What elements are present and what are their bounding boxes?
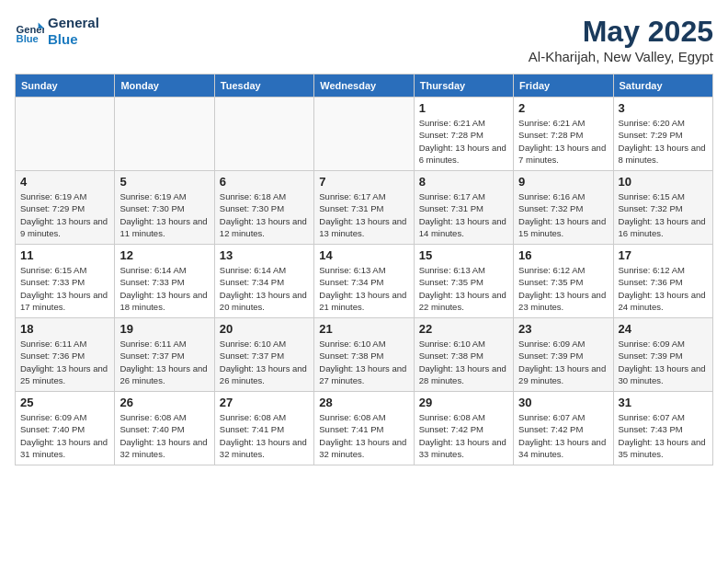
calendar-cell: 2Sunrise: 6:21 AM Sunset: 7:28 PM Daylig… <box>514 98 613 171</box>
header: General Blue General Blue May 2025 Al-Kh… <box>15 15 713 64</box>
calendar-cell: 18Sunrise: 6:11 AM Sunset: 7:36 PM Dayli… <box>16 318 115 392</box>
calendar-cell: 24Sunrise: 6:09 AM Sunset: 7:39 PM Dayli… <box>613 318 712 392</box>
calendar-cell: 21Sunrise: 6:10 AM Sunset: 7:38 PM Dayli… <box>314 318 414 392</box>
calendar-cell: 28Sunrise: 6:08 AM Sunset: 7:41 PM Dayli… <box>314 392 414 465</box>
calendar-cell <box>115 98 214 171</box>
day-info: Sunrise: 6:12 AM Sunset: 7:35 PM Dayligh… <box>518 264 608 313</box>
day-number: 24 <box>619 322 708 336</box>
calendar-cell: 8Sunrise: 6:17 AM Sunset: 7:31 PM Daylig… <box>414 171 513 245</box>
calendar-cell: 15Sunrise: 6:13 AM Sunset: 7:35 PM Dayli… <box>414 245 513 318</box>
day-info: Sunrise: 6:08 AM Sunset: 7:42 PM Dayligh… <box>419 411 508 460</box>
day-info: Sunrise: 6:08 AM Sunset: 7:40 PM Dayligh… <box>119 411 209 460</box>
calendar-cell: 1Sunrise: 6:21 AM Sunset: 7:28 PM Daylig… <box>414 98 513 171</box>
logo-icon: General Blue <box>15 17 44 46</box>
day-number: 18 <box>20 322 109 336</box>
day-number: 4 <box>20 175 109 189</box>
day-info: Sunrise: 6:10 AM Sunset: 7:38 PM Dayligh… <box>419 338 508 386</box>
day-number: 16 <box>518 248 608 262</box>
day-number: 28 <box>319 396 408 409</box>
day-info: Sunrise: 6:08 AM Sunset: 7:41 PM Dayligh… <box>319 411 408 460</box>
calendar-cell: 16Sunrise: 6:12 AM Sunset: 7:35 PM Dayli… <box>514 245 613 318</box>
day-info: Sunrise: 6:19 AM Sunset: 7:30 PM Dayligh… <box>119 190 209 239</box>
day-info: Sunrise: 6:14 AM Sunset: 7:33 PM Dayligh… <box>119 264 209 313</box>
day-info: Sunrise: 6:17 AM Sunset: 7:31 PM Dayligh… <box>319 190 408 239</box>
day-number: 11 <box>20 248 109 262</box>
calendar-week-3: 11Sunrise: 6:15 AM Sunset: 7:33 PM Dayli… <box>16 245 713 318</box>
weekday-header-wednesday: Wednesday <box>314 75 414 98</box>
calendar-cell: 9Sunrise: 6:16 AM Sunset: 7:32 PM Daylig… <box>514 171 613 245</box>
day-number: 22 <box>419 322 508 336</box>
calendar-cell: 19Sunrise: 6:11 AM Sunset: 7:37 PM Dayli… <box>115 318 214 392</box>
day-info: Sunrise: 6:09 AM Sunset: 7:39 PM Dayligh… <box>619 338 708 386</box>
day-info: Sunrise: 6:10 AM Sunset: 7:38 PM Dayligh… <box>319 338 408 386</box>
day-number: 17 <box>619 248 708 262</box>
day-info: Sunrise: 6:13 AM Sunset: 7:35 PM Dayligh… <box>419 264 508 313</box>
day-info: Sunrise: 6:10 AM Sunset: 7:37 PM Dayligh… <box>220 338 309 386</box>
weekday-header-row: SundayMondayTuesdayWednesdayThursdayFrid… <box>16 75 713 98</box>
calendar-cell: 27Sunrise: 6:08 AM Sunset: 7:41 PM Dayli… <box>214 392 313 465</box>
calendar-cell: 20Sunrise: 6:10 AM Sunset: 7:37 PM Dayli… <box>214 318 313 392</box>
day-info: Sunrise: 6:21 AM Sunset: 7:28 PM Dayligh… <box>518 117 608 166</box>
day-info: Sunrise: 6:12 AM Sunset: 7:36 PM Dayligh… <box>619 264 708 313</box>
day-info: Sunrise: 6:16 AM Sunset: 7:32 PM Dayligh… <box>518 190 608 239</box>
day-info: Sunrise: 6:13 AM Sunset: 7:34 PM Dayligh… <box>319 264 408 313</box>
weekday-header-tuesday: Tuesday <box>214 75 313 98</box>
calendar-cell: 25Sunrise: 6:09 AM Sunset: 7:40 PM Dayli… <box>16 392 115 465</box>
weekday-header-friday: Friday <box>514 75 613 98</box>
day-info: Sunrise: 6:07 AM Sunset: 7:43 PM Dayligh… <box>619 411 708 460</box>
weekday-header-monday: Monday <box>115 75 214 98</box>
month-title: May 2025 <box>529 15 713 49</box>
calendar-cell: 22Sunrise: 6:10 AM Sunset: 7:38 PM Dayli… <box>414 318 513 392</box>
day-number: 2 <box>518 101 608 115</box>
logo: General Blue General Blue <box>15 15 99 48</box>
svg-text:Blue: Blue <box>17 33 39 44</box>
day-number: 15 <box>419 248 508 262</box>
logo-general: General <box>48 15 99 31</box>
calendar-week-1: 1Sunrise: 6:21 AM Sunset: 7:28 PM Daylig… <box>16 98 713 171</box>
day-info: Sunrise: 6:20 AM Sunset: 7:29 PM Dayligh… <box>619 117 708 166</box>
calendar-cell: 5Sunrise: 6:19 AM Sunset: 7:30 PM Daylig… <box>115 171 214 245</box>
day-number: 20 <box>220 322 309 336</box>
day-number: 7 <box>319 175 408 189</box>
calendar-body: 1Sunrise: 6:21 AM Sunset: 7:28 PM Daylig… <box>16 98 713 465</box>
calendar-cell: 4Sunrise: 6:19 AM Sunset: 7:29 PM Daylig… <box>16 171 115 245</box>
day-number: 30 <box>518 396 608 409</box>
calendar-cell: 26Sunrise: 6:08 AM Sunset: 7:40 PM Dayli… <box>115 392 214 465</box>
day-number: 13 <box>220 248 309 262</box>
day-info: Sunrise: 6:21 AM Sunset: 7:28 PM Dayligh… <box>419 117 508 166</box>
calendar-week-2: 4Sunrise: 6:19 AM Sunset: 7:29 PM Daylig… <box>16 171 713 245</box>
calendar-cell: 6Sunrise: 6:18 AM Sunset: 7:30 PM Daylig… <box>214 171 313 245</box>
location-title: Al-Kharijah, New Valley, Egypt <box>529 49 713 64</box>
day-info: Sunrise: 6:17 AM Sunset: 7:31 PM Dayligh… <box>419 190 508 239</box>
weekday-header-saturday: Saturday <box>613 75 712 98</box>
day-number: 23 <box>518 322 608 336</box>
calendar-cell: 13Sunrise: 6:14 AM Sunset: 7:34 PM Dayli… <box>214 245 313 318</box>
day-info: Sunrise: 6:09 AM Sunset: 7:40 PM Dayligh… <box>20 411 109 460</box>
day-info: Sunrise: 6:08 AM Sunset: 7:41 PM Dayligh… <box>220 411 309 460</box>
calendar-cell: 11Sunrise: 6:15 AM Sunset: 7:33 PM Dayli… <box>16 245 115 318</box>
day-info: Sunrise: 6:11 AM Sunset: 7:37 PM Dayligh… <box>119 338 209 386</box>
calendar-cell: 31Sunrise: 6:07 AM Sunset: 7:43 PM Dayli… <box>613 392 712 465</box>
calendar-week-4: 18Sunrise: 6:11 AM Sunset: 7:36 PM Dayli… <box>16 318 713 392</box>
calendar-week-5: 25Sunrise: 6:09 AM Sunset: 7:40 PM Dayli… <box>16 392 713 465</box>
calendar-cell: 17Sunrise: 6:12 AM Sunset: 7:36 PM Dayli… <box>613 245 712 318</box>
calendar-cell <box>16 98 115 171</box>
day-info: Sunrise: 6:19 AM Sunset: 7:29 PM Dayligh… <box>20 190 109 239</box>
calendar-cell <box>214 98 313 171</box>
day-number: 3 <box>619 101 708 115</box>
calendar-cell: 3Sunrise: 6:20 AM Sunset: 7:29 PM Daylig… <box>613 98 712 171</box>
calendar-cell: 12Sunrise: 6:14 AM Sunset: 7:33 PM Dayli… <box>115 245 214 318</box>
day-number: 29 <box>419 396 508 409</box>
day-info: Sunrise: 6:11 AM Sunset: 7:36 PM Dayligh… <box>20 338 109 386</box>
day-info: Sunrise: 6:09 AM Sunset: 7:39 PM Dayligh… <box>518 338 608 386</box>
day-number: 6 <box>220 175 309 189</box>
day-number: 9 <box>518 175 608 189</box>
weekday-header-sunday: Sunday <box>16 75 115 98</box>
calendar-cell: 29Sunrise: 6:08 AM Sunset: 7:42 PM Dayli… <box>414 392 513 465</box>
calendar-cell <box>314 98 414 171</box>
day-number: 26 <box>119 396 209 409</box>
calendar-cell: 23Sunrise: 6:09 AM Sunset: 7:39 PM Dayli… <box>514 318 613 392</box>
day-number: 27 <box>220 396 309 409</box>
day-info: Sunrise: 6:15 AM Sunset: 7:32 PM Dayligh… <box>619 190 708 239</box>
day-number: 21 <box>319 322 408 336</box>
